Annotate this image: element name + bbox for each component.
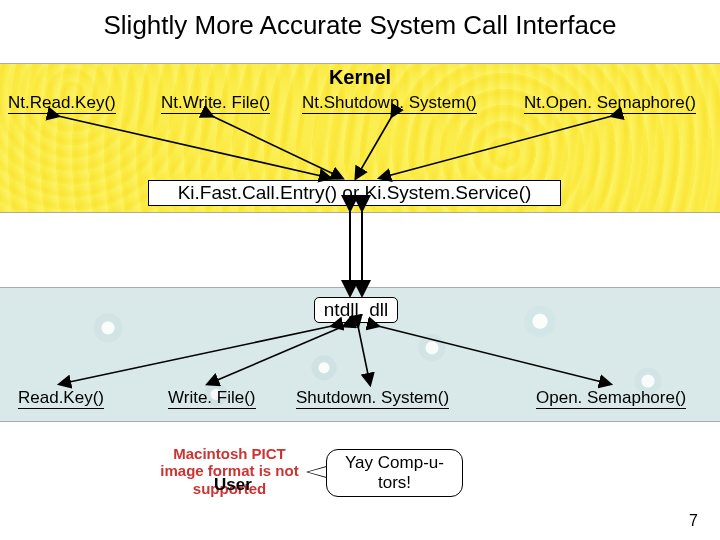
user-fn-shutdown: Shutdown. System() [296, 388, 449, 409]
dispatch-box: Ki.Fast.Call.Entry() or Ki.System.Servic… [148, 180, 561, 206]
kernel-fn-opensemaphore: Nt.Open. Semaphore() [524, 93, 696, 114]
user-label: User [214, 475, 252, 495]
page-title: Slightly More Accurate System Call Inter… [0, 10, 720, 41]
kernel-fn-writefile: Nt.Write. File() [161, 93, 270, 114]
kernel-fn-shutdown: Nt.Shutdown. System() [302, 93, 477, 114]
kernel-label: Kernel [0, 66, 720, 89]
dispatch-label: Ki.Fast.Call.Entry() or Ki.System.Servic… [178, 182, 532, 204]
ntdll-label: ntdll. dll [324, 299, 388, 321]
callout-bubble: Yay Comp-u- tors! [326, 449, 463, 497]
callout-text: Yay Comp-u- tors! [333, 453, 456, 493]
user-fn-readkey: Read.Key() [18, 388, 104, 409]
kernel-fn-readkey: Nt.Read.Key() [8, 93, 116, 114]
slide: Slightly More Accurate System Call Inter… [0, 0, 720, 540]
ntdll-box: ntdll. dll [314, 297, 398, 323]
user-fn-writefile: Write. File() [168, 388, 256, 409]
page-number: 7 [689, 512, 698, 530]
user-fn-opensemaphore: Open. Semaphore() [536, 388, 686, 409]
